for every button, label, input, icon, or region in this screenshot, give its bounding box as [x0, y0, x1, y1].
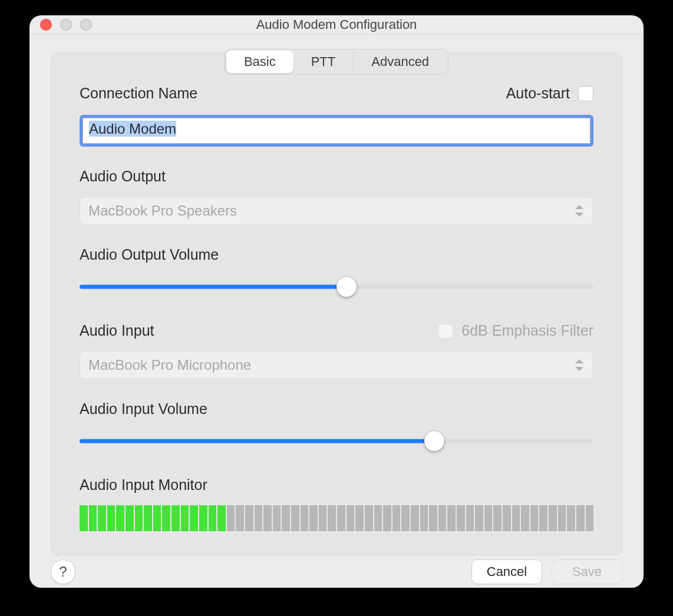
slider-fill — [80, 285, 347, 289]
meter-segment — [420, 505, 428, 531]
audio-input-row: Audio Input 6dB Emphasis Filter — [80, 322, 593, 339]
slider-thumb[interactable] — [424, 431, 444, 451]
settings-panel: Connection Name Auto-start Audio Modem A… — [51, 52, 622, 555]
meter-segment — [392, 505, 401, 531]
meter-segment — [466, 505, 474, 531]
chevron-updown-icon — [575, 359, 585, 371]
meter-segment — [401, 505, 410, 531]
minimize-icon — [60, 19, 72, 31]
meter-segment — [429, 505, 437, 531]
audio-output-volume-label: Audio Output Volume — [80, 246, 593, 263]
meter-segment — [438, 505, 447, 531]
meter-segment — [337, 505, 345, 531]
configuration-window: Audio Modem Configuration BasicPTTAdvanc… — [29, 15, 644, 588]
meter-segment — [144, 505, 152, 531]
meter-segment — [558, 505, 566, 531]
meter-segment — [503, 505, 511, 531]
meter-segment — [411, 505, 419, 531]
audio-input-monitor-label: Audio Input Monitor — [80, 476, 593, 494]
emphasis-filter-control: 6dB Emphasis Filter — [438, 322, 593, 339]
meter-segment — [209, 505, 217, 531]
meter-segment — [199, 505, 207, 531]
emphasis-filter-label: 6dB Emphasis Filter — [461, 322, 593, 339]
meter-segment — [291, 505, 299, 531]
meter-segment — [255, 505, 263, 531]
meter-segment — [107, 505, 116, 531]
meter-segment — [586, 505, 594, 531]
slider-fill — [80, 439, 434, 443]
audio-output-select[interactable]: MacBook Pro Speakers — [80, 197, 593, 225]
meter-segment — [171, 505, 180, 531]
titlebar: Audio Modem Configuration — [29, 15, 644, 35]
meter-segment — [116, 505, 124, 531]
help-icon: ? — [59, 564, 67, 580]
connection-name-label: Connection Name — [80, 85, 197, 102]
meter-segment — [162, 505, 170, 531]
connection-name-field-focus-ring: Audio Modem — [80, 115, 593, 147]
autostart-label: Auto-start — [506, 85, 570, 102]
meter-segment — [245, 505, 253, 531]
autostart-control[interactable]: Auto-start — [506, 85, 593, 102]
meter-segment — [98, 505, 106, 531]
meter-segment — [227, 505, 235, 531]
connection-name-value: Audio Modem — [89, 121, 176, 137]
meter-segment — [126, 505, 134, 531]
meter-segment — [576, 505, 585, 531]
meter-segment — [447, 505, 456, 531]
meter-segment — [567, 505, 575, 531]
audio-input-label: Audio Input — [80, 322, 154, 339]
meter-segment — [493, 505, 502, 531]
audio-output-value: MacBook Pro Speakers — [88, 203, 237, 219]
zoom-icon — [80, 19, 92, 31]
tab-ptt[interactable]: PTT — [293, 51, 354, 73]
meter-segment — [549, 505, 557, 531]
meter-segment — [153, 505, 161, 531]
meter-segment — [383, 505, 391, 531]
tab-basic[interactable]: Basic — [226, 51, 293, 73]
tab-advanced[interactable]: Advanced — [353, 51, 447, 73]
meter-segment — [273, 505, 281, 531]
chevron-updown-icon — [575, 205, 585, 217]
meter-segment — [89, 505, 97, 531]
meter-segment — [319, 505, 327, 531]
meter-segment — [484, 505, 493, 531]
emphasis-filter-checkbox — [438, 323, 453, 339]
audio-input-monitor-meter — [80, 505, 593, 531]
audio-input-volume-slider[interactable] — [80, 430, 593, 452]
meter-segment — [475, 505, 483, 531]
meter-segment — [521, 505, 529, 531]
audio-input-value: MacBook Pro Microphone — [88, 357, 251, 373]
cancel-button[interactable]: Cancel — [471, 559, 542, 584]
connection-name-row: Connection Name Auto-start — [80, 85, 593, 102]
meter-segment — [365, 505, 373, 531]
meter-segment — [530, 505, 539, 531]
meter-segment — [301, 505, 309, 531]
audio-output-volume-slider[interactable] — [80, 276, 593, 297]
help-button[interactable]: ? — [51, 559, 75, 584]
meter-segment — [457, 505, 465, 531]
meter-segment — [80, 505, 88, 531]
meter-segment — [217, 505, 226, 531]
meter-segment — [190, 505, 198, 531]
meter-segment — [282, 505, 290, 531]
footer: ? Cancel Save — [29, 555, 644, 588]
meter-segment — [236, 505, 244, 531]
meter-segment — [374, 505, 382, 531]
meter-segment — [355, 505, 364, 531]
close-icon[interactable] — [40, 19, 52, 31]
audio-input-select[interactable]: MacBook Pro Microphone — [80, 351, 593, 379]
meter-segment — [135, 505, 143, 531]
autostart-checkbox[interactable] — [578, 86, 593, 101]
meter-segment — [512, 505, 520, 531]
meter-segment — [181, 505, 189, 531]
meter-segment — [347, 505, 355, 531]
meter-segment — [539, 505, 547, 531]
slider-thumb[interactable] — [336, 277, 357, 297]
connection-name-field[interactable]: Audio Modem — [83, 118, 590, 144]
meter-segment — [309, 505, 318, 531]
window-title: Audio Modem Configuration — [29, 17, 644, 32]
audio-input-volume-label: Audio Input Volume — [80, 400, 593, 418]
audio-output-label: Audio Output — [80, 168, 593, 185]
meter-segment — [263, 505, 272, 531]
save-button: Save — [552, 559, 622, 584]
